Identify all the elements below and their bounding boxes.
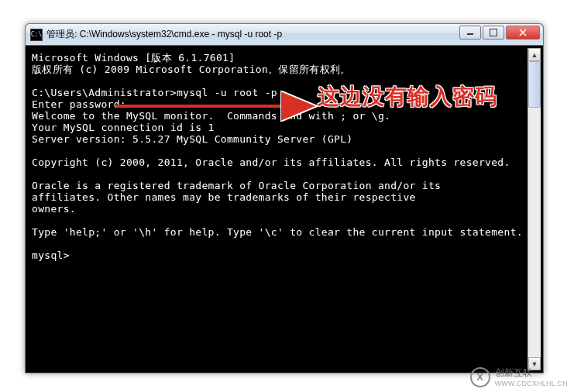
window-controls — [458, 26, 540, 40]
title-prefix: 管理员: — [46, 29, 80, 40]
cmd-window: C:\ 管理员: C:\Windows\system32\cmd.exe - m… — [25, 23, 544, 373]
close-button[interactable] — [506, 26, 540, 40]
watermark-domain: WWW.CDCXHLHL.CN — [495, 380, 569, 387]
terminal-viewport[interactable]: Microsoft Windows [版本 6.1.7601] 版权所有 (c)… — [30, 50, 527, 368]
watermark-logo-icon: X — [470, 367, 490, 387]
watermark-text: 创新互联 WWW.CDCXHLHL.CN — [495, 366, 569, 387]
vertical-scrollbar[interactable]: ▲ ▼ — [528, 48, 541, 370]
cmd-icon: C:\ — [30, 29, 43, 41]
watermark: X 创新互联 WWW.CDCXHLHL.CN — [470, 366, 569, 387]
watermark-brand: 创新互联 — [495, 366, 569, 380]
title-path: C:\Windows\system32\cmd.exe - mysql -u r… — [80, 29, 282, 40]
titlebar[interactable]: C:\ 管理员: C:\Windows\system32\cmd.exe - m… — [26, 24, 543, 46]
maximize-button[interactable] — [483, 26, 504, 40]
scroll-thumb[interactable] — [528, 61, 541, 108]
minimize-button[interactable] — [459, 26, 481, 40]
terminal-output: Microsoft Windows [版本 6.1.7601] 版权所有 (c)… — [30, 50, 527, 263]
terminal-area[interactable]: Microsoft Windows [版本 6.1.7601] 版权所有 (c)… — [26, 46, 543, 373]
scroll-up-button[interactable]: ▲ — [528, 48, 541, 61]
scroll-track[interactable] — [528, 61, 541, 357]
